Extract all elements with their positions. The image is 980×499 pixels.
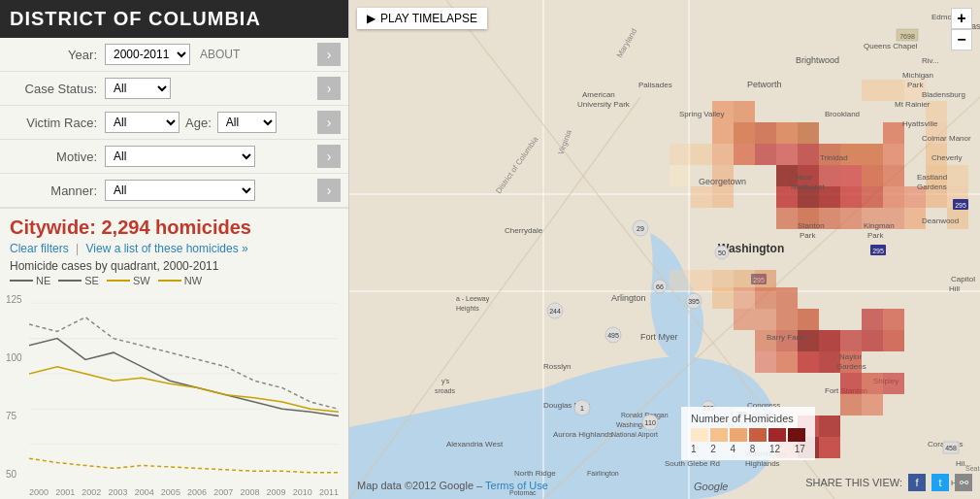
svg-rect-74 [776, 309, 798, 330]
zoom-in-button[interactable]: + [951, 8, 972, 29]
svg-rect-75 [798, 309, 819, 330]
svg-text:50: 50 [718, 250, 726, 256]
timelapse-button[interactable]: ▶ PLAY TIMELAPSE [357, 8, 487, 29]
clear-filters-link[interactable]: Clear filters [10, 242, 69, 255]
age-select[interactable]: All0-1718-24 25-3435-4445+ [217, 112, 277, 133]
citywide-count: Citywide: 2,294 homicides [10, 216, 339, 239]
svg-text:Trinidad: Trinidad [820, 153, 848, 162]
svg-rect-70 [670, 144, 691, 165]
svg-rect-72 [670, 165, 691, 186]
case-status-filter-row: Case Status: AllOpenClosed › [0, 72, 348, 106]
svg-text:Aurora Highlands: Aurora Highlands [553, 430, 613, 439]
svg-text:29: 29 [637, 225, 644, 232]
view-list-link[interactable]: View a list of these homicides » [86, 242, 248, 255]
svg-rect-58 [691, 186, 712, 208]
facebook-share-button[interactable]: f [908, 474, 926, 491]
year-label: Year: [10, 48, 97, 62]
case-status-select[interactable]: AllOpenClosed [105, 78, 171, 99]
about-button[interactable]: ABOUT [200, 48, 240, 61]
victim-race-select[interactable]: AllBlackWhite HispanicAsianOther [105, 112, 180, 133]
svg-text:495: 495 [607, 332, 619, 339]
svg-text:Google: Google [694, 481, 728, 492]
svg-text:Spring Valley: Spring Valley [679, 110, 725, 118]
link-share-button[interactable]: ⚯ [955, 474, 972, 491]
year-arrow-button[interactable]: › [317, 43, 341, 66]
svg-text:Near: Near [796, 173, 813, 182]
svg-text:Riv...: Riv... [922, 56, 939, 65]
x-axis: 2000 2001 2002 2003 2004 2005 2006 2007 … [29, 487, 339, 497]
svg-rect-187 [734, 287, 755, 309]
svg-rect-181 [670, 270, 691, 291]
svg-text:Palisades: Palisades [638, 81, 672, 89]
svg-rect-189 [776, 287, 798, 309]
svg-text:Highlands: Highlands [745, 459, 780, 468]
svg-rect-80 [862, 309, 883, 330]
svg-rect-82 [862, 330, 883, 351]
chart-container: 125 100 75 50 2000 2001 2002 2003 2004 2… [0, 294, 348, 499]
citywide-label: Citywide: [10, 216, 96, 238]
year-select[interactable]: 2000-2011 200020012002 200320042005 2006… [105, 44, 190, 65]
map-data-credit: Map data ©2012 Google [357, 480, 474, 491]
svg-text:Kingman: Kingman [864, 221, 895, 230]
map-panel[interactable]: ▶ PLAY TIMELAPSE + − [349, 0, 980, 499]
legend-swatch-3 [730, 428, 747, 442]
share-label: SHARE THIS VIEW: [805, 477, 902, 488]
legend-swatch-4 [749, 428, 767, 442]
homicide-legend: Number of Homicides 1 2 4 8 12 17 [681, 407, 815, 460]
manner-label: Manner: [10, 183, 97, 198]
twitter-share-button[interactable]: t [931, 474, 949, 491]
svg-text:Cheverly: Cheverly [931, 153, 963, 162]
svg-rect-20 [755, 122, 776, 144]
legend-numbers: 1 2 4 8 12 17 [691, 444, 805, 454]
line-chart [29, 296, 339, 480]
google-credit: Map data ©2012 Google – Terms of Use [357, 480, 548, 491]
share-bar: SHARE THIS VIEW: f t ⚯ [805, 474, 972, 491]
svg-rect-195 [862, 394, 883, 416]
svg-text:Park: Park [800, 231, 816, 240]
svg-rect-59 [862, 80, 883, 101]
svg-rect-28 [862, 144, 883, 165]
svg-text:Hyattsville: Hyattsville [902, 119, 938, 128]
svg-text:University Park: University Park [577, 100, 631, 109]
svg-text:Hill: Hill [949, 284, 960, 293]
svg-text:Queens Chapel: Queens Chapel [864, 42, 918, 50]
svg-rect-27 [862, 186, 883, 208]
svg-text:110: 110 [644, 419, 656, 426]
legend-swatch-6 [788, 428, 805, 442]
svg-text:Park: Park [867, 231, 884, 240]
race-age-filter-row: Victim Race: AllBlackWhite HispanicAsian… [0, 106, 348, 140]
play-icon: ▶ [367, 12, 376, 25]
svg-text:Michigan: Michigan [902, 71, 933, 80]
svg-text:y's: y's [441, 378, 450, 385]
svg-text:Petworth: Petworth [747, 80, 782, 89]
motive-select[interactable]: AllArgumentDrug RobberyDomesticOtherUnkn… [105, 146, 255, 167]
legend-colors [691, 428, 805, 442]
manner-arrow-button[interactable]: › [317, 179, 341, 202]
timelapse-label: PLAY TIMELAPSE [380, 12, 477, 25]
svg-text:Brightwood: Brightwood [796, 55, 839, 65]
title-text: DISTRICT OF COLUMBIA [10, 8, 261, 29]
year-filter-row: Year: 2000-2011 200020012002 20032004200… [0, 38, 348, 72]
svg-text:Cherrydale: Cherrydale [505, 226, 543, 235]
svg-text:Northeast: Northeast [791, 183, 825, 191]
svg-text:Alexandria West: Alexandria West [446, 440, 504, 449]
svg-text:American: American [582, 90, 615, 99]
manner-select[interactable]: AllGunKnifeOther [105, 180, 255, 201]
svg-text:Deanwood: Deanwood [922, 216, 959, 225]
motive-arrow-button[interactable]: › [317, 145, 341, 168]
svg-rect-52 [840, 208, 862, 229]
y-axis: 125 100 75 50 [6, 294, 22, 480]
manner-filter-row: Manner: AllGunKnifeOther › [0, 174, 348, 208]
svg-text:Hil...: Hil... [956, 459, 971, 468]
legend-swatch-5 [768, 428, 786, 442]
app-title: DISTRICT OF COLUMBIA [0, 0, 348, 38]
case-status-arrow-button[interactable]: › [317, 77, 341, 100]
race-age-arrow-button[interactable]: › [317, 111, 341, 134]
terms-of-use-link[interactable]: Terms of Use [485, 480, 548, 491]
svg-rect-182 [691, 270, 712, 291]
zoom-out-button[interactable]: − [951, 29, 972, 50]
svg-text:Mt Rainier: Mt Rainier [895, 100, 931, 109]
svg-text:66: 66 [656, 283, 664, 290]
svg-rect-71 [691, 144, 712, 165]
svg-rect-194 [840, 394, 862, 416]
